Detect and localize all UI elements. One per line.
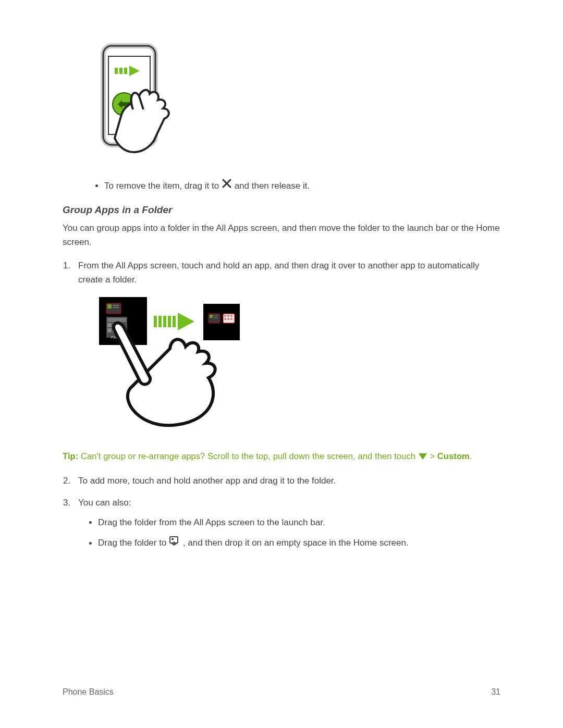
sub-bullet-2-pre: Drag the folder to xyxy=(98,538,169,548)
tip-body: Can't group or re-arrange apps? Scroll t… xyxy=(78,451,418,461)
svg-rect-26 xyxy=(163,316,166,327)
svg-rect-42 xyxy=(172,538,174,540)
x-icon xyxy=(222,178,232,193)
footer-page-number: 31 xyxy=(491,687,500,697)
svg-rect-17 xyxy=(107,323,112,327)
steps-list: From the All Apps screen, touch and hold… xyxy=(73,258,500,437)
sub-bullet-2: Drag the folder to , and then drop it on… xyxy=(98,536,500,551)
svg-rect-36 xyxy=(227,315,229,317)
remove-item-bullet-list: To remove the item, drag it to and then … xyxy=(104,179,500,194)
remove-item-bullet: To remove the item, drag it to and then … xyxy=(104,179,500,194)
remove-item-pre: To remove the item, drag it to xyxy=(104,181,222,191)
svg-rect-31 xyxy=(210,315,213,318)
svg-rect-39 xyxy=(227,318,229,320)
illustration-phone-gesture xyxy=(89,42,500,164)
svg-rect-5 xyxy=(119,68,123,74)
svg-rect-6 xyxy=(124,68,127,74)
intro-paragraph: You can group apps into a folder in the … xyxy=(63,221,500,249)
tip-gt: > xyxy=(427,451,435,461)
page-footer: Phone Basics 31 xyxy=(63,687,500,697)
document-page: To remove the item, drag it to and then … xyxy=(0,0,563,728)
step-1: From the All Apps screen, touch and hold… xyxy=(73,258,500,437)
home-shortcut-icon xyxy=(169,536,180,551)
svg-rect-12 xyxy=(107,304,112,309)
tip-period: . xyxy=(470,451,472,461)
illustration-folder-creation: People xyxy=(99,297,500,437)
step-3-sublist: Drag the folder from the All Apps screen… xyxy=(98,516,500,551)
svg-rect-37 xyxy=(230,315,232,317)
svg-rect-27 xyxy=(168,316,171,327)
footer-section: Phone Basics xyxy=(63,687,114,697)
sub-bullet-1: Drag the folder from the All Apps screen… xyxy=(98,516,500,529)
tip-custom: Custom xyxy=(437,451,470,461)
dropdown-triangle-icon xyxy=(418,451,427,464)
svg-rect-25 xyxy=(158,316,162,327)
svg-rect-38 xyxy=(224,318,226,320)
step-2: To add more, touch and hold another app … xyxy=(73,474,500,488)
remove-item-post: and then release it. xyxy=(235,181,310,191)
svg-rect-4 xyxy=(115,68,118,74)
section-heading: Group Apps in a Folder xyxy=(63,204,500,216)
svg-rect-28 xyxy=(173,316,176,327)
steps-list-continued: To add more, touch and hold another app … xyxy=(73,474,500,550)
svg-rect-24 xyxy=(154,316,157,327)
svg-rect-40 xyxy=(230,318,232,320)
tip-paragraph: Tip: Can't group or re-arrange apps? Scr… xyxy=(63,450,500,463)
svg-rect-20 xyxy=(107,328,112,332)
step-3-text: You can also: xyxy=(78,498,131,508)
step-3: You can also: Drag the folder from the A… xyxy=(73,496,500,551)
step-1-text: From the All Apps screen, touch and hold… xyxy=(78,261,479,285)
tip-label: Tip: xyxy=(63,451,78,461)
svg-rect-35 xyxy=(224,315,226,317)
sub-bullet-2-post: , and then drop it on an empty space in … xyxy=(183,538,409,548)
